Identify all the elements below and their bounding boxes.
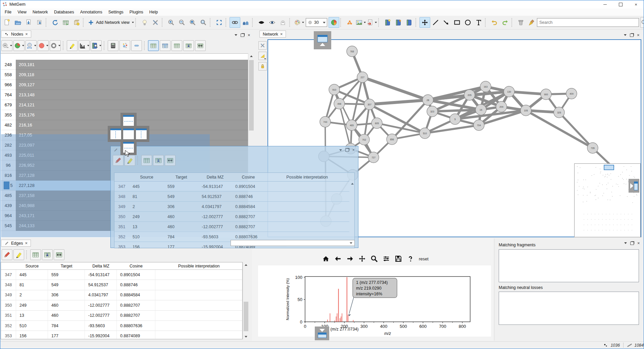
help-button[interactable] [405, 253, 415, 264]
fit-view-button[interactable] [214, 17, 225, 28]
subplots-button[interactable] [381, 253, 391, 264]
table-normal-button[interactable] [148, 40, 159, 51]
column-header[interactable]: Possible interpretation [265, 173, 349, 182]
mask-button[interactable] [256, 17, 267, 28]
graph-node[interactable]: 227 [357, 72, 368, 83]
refresh-layout-button[interactable] [50, 17, 60, 28]
column-header[interactable]: Target [48, 262, 85, 270]
arrow-tool-button[interactable] [441, 17, 452, 28]
table-row[interactable]: 558209,118 [1, 70, 248, 80]
eye-button[interactable] [267, 17, 278, 28]
dock-indicator-right[interactable] [629, 179, 639, 193]
matching-neutral-losses-box[interactable] [499, 292, 639, 325]
graph-node[interactable]: 28 [423, 95, 433, 105]
edges-table[interactable]: SourceTargetDelta MZCosinePossible inter… [1, 262, 243, 339]
graph-node[interactable]: 702 [359, 134, 369, 145]
menu-help[interactable]: Help [146, 9, 161, 15]
zoom-plot-button[interactable] [369, 253, 379, 264]
broom-button[interactable] [526, 17, 537, 28]
export-db-button[interactable] [71, 17, 82, 28]
menu-databases[interactable]: Databases [51, 9, 77, 15]
menu-network[interactable]: Network [30, 9, 51, 15]
scrollbar-thumb[interactable] [244, 302, 248, 331]
dock-indicator-bottom[interactable] [315, 327, 329, 340]
column-header[interactable]: Delta MZ [198, 173, 232, 182]
open-file-button[interactable] [12, 17, 23, 28]
maximize-button[interactable] [613, 0, 628, 8]
menu-file[interactable]: File [2, 9, 14, 15]
minimize-button[interactable] [597, 0, 613, 8]
graph-node[interactable]: 704 [474, 120, 484, 131]
table-row[interactable]: 248203,181 [1, 60, 248, 70]
pie-chart-button[interactable] [329, 17, 339, 28]
graph-node[interactable]: 498 [334, 98, 345, 109]
bulb-button[interactable] [139, 17, 150, 28]
node-pie-button[interactable] [13, 40, 24, 51]
column-header[interactable]: Target [164, 173, 198, 182]
menu-view[interactable]: View [14, 9, 30, 15]
add-network-view-button[interactable]: Add Network view [87, 17, 134, 28]
column-header[interactable] [1, 262, 16, 270]
graph-node[interactable]: 205 [464, 90, 475, 100]
highlight-yellow-button[interactable] [67, 40, 78, 51]
float-icon[interactable] [241, 34, 244, 37]
close-icon[interactable]: × [637, 241, 640, 246]
book-search-button[interactable] [91, 40, 102, 51]
neighbors-button[interactable] [240, 17, 251, 28]
close-icon[interactable]: × [25, 241, 28, 246]
minimap-viewport[interactable] [604, 165, 614, 170]
float-icon[interactable] [630, 34, 634, 37]
column-header[interactable]: Source [16, 262, 48, 270]
chevron-down-icon[interactable] [624, 242, 627, 244]
export-table-button[interactable] [60, 17, 71, 28]
undo-button[interactable] [489, 17, 500, 28]
graph-node[interactable]: 656 [387, 134, 397, 145]
reset-button[interactable]: reset [419, 256, 429, 261]
link-button[interactable] [230, 17, 240, 28]
column-header[interactable] [114, 173, 129, 182]
import-data-button[interactable] [23, 17, 34, 28]
edges-table-scrollbar[interactable] [243, 262, 249, 339]
close-icon[interactable]: × [280, 32, 283, 37]
tools-side-button[interactable] [258, 41, 267, 50]
chevron-down-icon[interactable] [235, 34, 237, 36]
zoom-region-button[interactable] [198, 17, 209, 28]
graph-node[interactable]: 465 [346, 120, 357, 131]
graph-node[interactable]: 727 [368, 152, 379, 163]
column-header[interactable]: Possible interpretation [155, 262, 242, 270]
table-plain-button[interactable] [141, 155, 152, 166]
book-add-button[interactable] [382, 17, 393, 28]
column-header[interactable]: Source [129, 173, 164, 182]
graph-node[interactable]: 510 [419, 128, 430, 139]
column-header[interactable]: Cosine [232, 173, 265, 182]
float-icon[interactable] [345, 148, 349, 152]
menu-annotations[interactable]: Annotations [77, 9, 105, 15]
close-button[interactable]: × [628, 0, 644, 8]
tab-nodes[interactable]: Nodes × [1, 31, 31, 38]
network-minimap[interactable] [574, 163, 641, 237]
trash-button[interactable] [515, 17, 526, 28]
chevron-down-icon[interactable] [339, 149, 342, 151]
highlight-yellow-button[interactable] [13, 249, 24, 260]
ellipse-tool-button[interactable] [462, 17, 473, 28]
search-input[interactable] [537, 18, 639, 27]
menu-plugins[interactable]: Plugins [127, 9, 146, 15]
search-button[interactable] [640, 17, 644, 28]
table-fit-button[interactable] [195, 40, 206, 51]
dock-top-target[interactable] [123, 115, 134, 126]
graph-node[interactable]: 323 [427, 106, 438, 117]
menu-settings[interactable]: Settings [105, 9, 127, 15]
graph-node[interactable]: 105 [521, 105, 531, 116]
calculator-button[interactable] [108, 40, 118, 51]
table-sort-button[interactable] [183, 40, 194, 51]
dock-center-target[interactable] [123, 128, 134, 140]
zoom-in-button[interactable] [166, 17, 177, 28]
table-columns-button[interactable] [160, 40, 170, 51]
cluster-button[interactable] [119, 40, 130, 51]
zoom-selection-button[interactable] [187, 17, 198, 28]
tab-network[interactable]: Network × [259, 31, 286, 38]
floating-edges-panel[interactable]: Edges × × SourceTargetDelta MZCosinePoss… [110, 146, 358, 248]
close-icon[interactable]: × [352, 148, 355, 152]
graph-node[interactable]: 735 [587, 143, 598, 153]
back-button[interactable] [333, 253, 343, 264]
